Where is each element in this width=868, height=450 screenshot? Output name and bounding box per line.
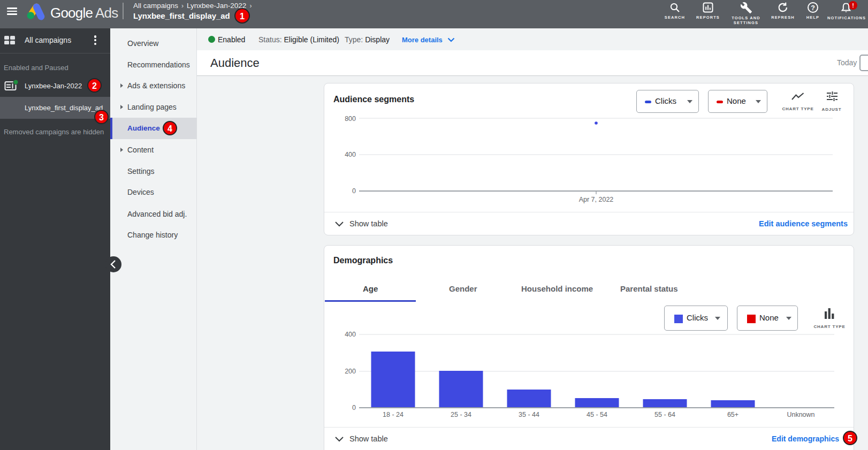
svg-text:?: ? — [811, 4, 815, 12]
svg-text:65+: 65+ — [727, 411, 738, 418]
svg-text:400: 400 — [345, 151, 356, 158]
svg-text:400: 400 — [345, 331, 356, 338]
svg-text:25 - 34: 25 - 34 — [451, 411, 471, 418]
svg-text:Unknown: Unknown — [787, 411, 814, 418]
svg-text:0: 0 — [352, 187, 356, 195]
svg-text:Apr 7, 2022: Apr 7, 2022 — [579, 196, 614, 203]
svg-text:18 - 24: 18 - 24 — [383, 411, 403, 418]
svg-text:55 - 64: 55 - 64 — [654, 411, 675, 418]
svg-text:45 - 54: 45 - 54 — [587, 411, 607, 418]
svg-text:35 - 44: 35 - 44 — [519, 411, 539, 418]
svg-text:200: 200 — [345, 368, 356, 375]
svg-text:800: 800 — [345, 115, 356, 123]
svg-text:0: 0 — [352, 404, 356, 411]
